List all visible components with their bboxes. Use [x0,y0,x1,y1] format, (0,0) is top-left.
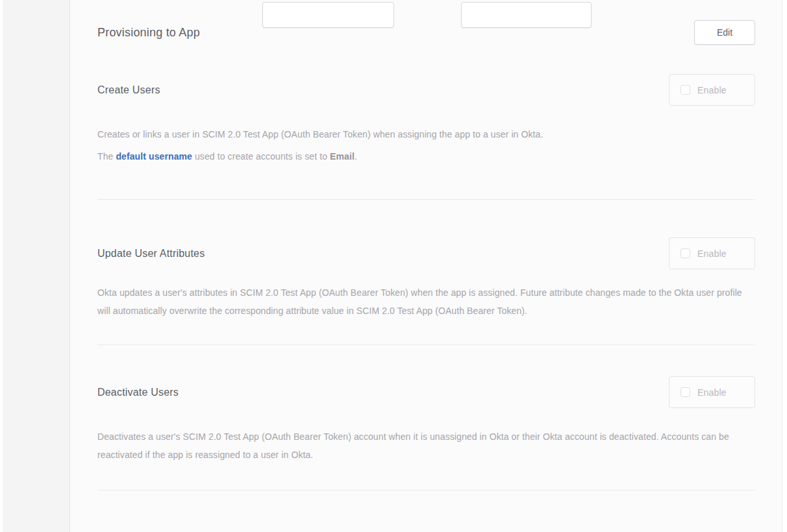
note-prefix: The [97,151,116,162]
section-title: Deactivate Users [97,387,179,398]
enable-toggle-update-user-attributes[interactable]: Enable [669,237,755,269]
left-sidebar [3,0,70,532]
section-note: The default username used to create acco… [97,147,755,165]
enable-toggle-create-users[interactable]: Enable [669,74,755,106]
section-deactivate-users: Deactivate Users Enable [97,376,755,408]
section-divider [97,199,755,200]
section-description: Deactivates a user's SCIM 2.0 Test App (… [97,428,755,464]
enable-toggle-deactivate-users[interactable]: Enable [669,376,755,408]
section-update-user-attributes: Update User Attributes Enable [97,237,755,269]
section-description: Creates or links a user in SCIM 2.0 Test… [97,125,755,143]
enable-checkbox[interactable] [681,387,690,397]
enable-label: Enable [697,85,727,95]
section-divider [97,490,755,490]
provisioning-header: Provisioning to App Edit [97,19,755,45]
default-username-link[interactable]: default username [116,151,192,162]
enable-checkbox[interactable] [681,248,690,258]
note-bold-value: Email [330,151,355,162]
section-create-users: Create Users Enable [97,74,755,106]
section-title: Create Users [97,84,160,96]
page-title: Provisioning to App [97,26,200,40]
note-middle: used to create accounts is set to [192,151,330,162]
truncated-input-left[interactable] [262,2,394,28]
enable-label: Enable [697,387,727,398]
note-suffix: . [355,151,357,162]
section-description: Okta updates a user's attributes in SCIM… [97,284,755,320]
section-title: Update User Attributes [97,248,205,260]
enable-checkbox[interactable] [681,85,690,95]
provisioning-panel: Provisioning to App Edit Create Users En… [71,0,782,532]
section-divider [97,345,755,345]
enable-label: Enable [697,248,727,259]
truncated-input-right[interactable] [461,2,592,28]
edit-button[interactable]: Edit [694,20,755,45]
